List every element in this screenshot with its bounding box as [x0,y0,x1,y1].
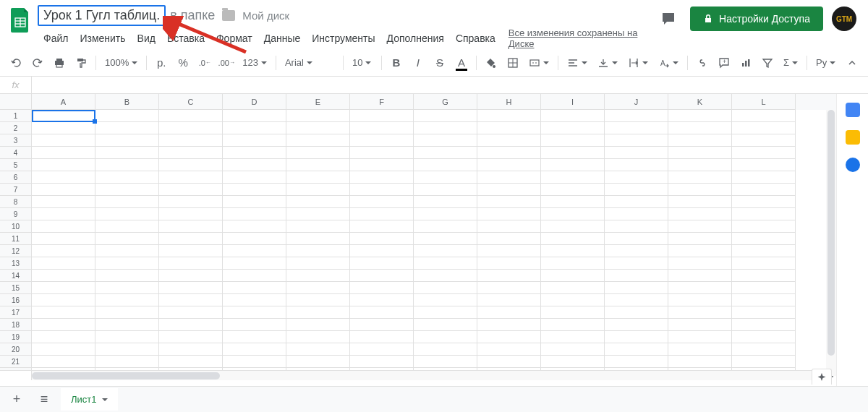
cell[interactable] [350,343,414,356]
cell[interactable] [350,159,414,171]
cell[interactable] [605,122,668,134]
cell[interactable] [32,356,95,368]
cell[interactable] [414,208,477,220]
cell[interactable] [95,122,159,134]
cell[interactable] [414,356,477,368]
cell[interactable] [414,368,477,370]
cell[interactable] [95,134,159,147]
sheets-logo[interactable] [6,6,35,35]
cell[interactable] [732,208,796,220]
horizontal-scrollbar[interactable] [32,371,814,380]
menu-view[interactable]: Вид [132,30,161,47]
cell[interactable] [477,257,541,270]
cell[interactable] [668,134,732,147]
cell[interactable] [95,159,159,171]
cell[interactable] [350,245,414,257]
cell[interactable] [286,245,350,257]
cell[interactable] [350,233,414,245]
cell[interactable] [95,171,159,184]
cell[interactable] [732,343,796,356]
cell[interactable] [541,159,605,171]
cell[interactable] [414,220,477,233]
comments-button[interactable] [655,6,681,32]
menu-file[interactable]: Файл [38,30,74,47]
cell[interactable] [32,306,95,319]
cell[interactable] [32,196,95,208]
strikethrough-button[interactable]: S [430,53,450,73]
row-header[interactable]: 18 [0,319,32,331]
cell[interactable] [477,159,541,171]
cell[interactable] [732,122,796,134]
cell[interactable] [477,196,541,208]
cell[interactable] [477,368,541,370]
column-header[interactable]: C [159,94,223,110]
cell[interactable] [32,294,95,306]
cell[interactable] [477,147,541,159]
borders-button[interactable] [503,53,523,73]
menu-format[interactable]: Формат [210,30,258,47]
cell[interactable] [477,319,541,331]
cell[interactable] [605,331,668,343]
cell[interactable] [605,196,668,208]
column-header[interactable]: G [414,94,477,110]
cell[interactable] [541,270,605,282]
column-header[interactable]: E [286,94,350,110]
cell[interactable] [541,306,605,319]
cell[interactable] [223,245,286,257]
print-button[interactable] [49,53,69,73]
cell[interactable] [541,319,605,331]
column-header[interactable]: H [477,94,541,110]
cell[interactable] [668,306,732,319]
cell[interactable] [414,245,477,257]
cell[interactable] [95,270,159,282]
cell[interactable] [286,294,350,306]
cell[interactable] [32,233,95,245]
cell[interactable] [95,306,159,319]
cell[interactable] [159,208,223,220]
cell[interactable] [477,171,541,184]
row-header[interactable]: 14 [0,270,32,282]
cell[interactable] [159,196,223,208]
cell[interactable] [350,257,414,270]
row-header[interactable]: 13 [0,257,32,270]
cell[interactable] [223,134,286,147]
cell[interactable] [732,134,796,147]
cell[interactable] [95,147,159,159]
cell[interactable] [414,257,477,270]
cell[interactable] [477,356,541,368]
avatar[interactable]: GTM [832,7,856,31]
cell[interactable] [414,306,477,319]
cell[interactable] [668,368,732,370]
cell[interactable] [286,122,350,134]
cell[interactable] [95,208,159,220]
cell[interactable] [541,282,605,294]
cell[interactable] [541,171,605,184]
cell[interactable] [541,134,605,147]
percent-button[interactable]: % [173,53,193,73]
cell[interactable] [286,343,350,356]
cell[interactable] [159,294,223,306]
cell[interactable] [159,257,223,270]
cell[interactable] [286,208,350,220]
cell[interactable] [414,319,477,331]
cell[interactable] [732,257,796,270]
cell[interactable] [95,368,159,370]
column-header[interactable]: D [223,94,286,110]
cell[interactable] [732,171,796,184]
cell[interactable] [605,147,668,159]
increase-decimal-button[interactable]: .00→ [216,53,237,73]
cell[interactable] [32,368,95,370]
row-header[interactable]: 3 [0,134,32,147]
cell[interactable] [414,122,477,134]
cell[interactable] [95,331,159,343]
cell[interactable] [32,319,95,331]
cell[interactable] [32,245,95,257]
row-header[interactable]: 19 [0,331,32,343]
text-color-button[interactable]: A [451,53,472,73]
cell[interactable] [477,220,541,233]
horizontal-align-button[interactable] [563,53,592,72]
row-header[interactable]: 21 [0,356,32,368]
cell[interactable] [605,257,668,270]
cell[interactable] [350,282,414,294]
cell[interactable] [414,147,477,159]
